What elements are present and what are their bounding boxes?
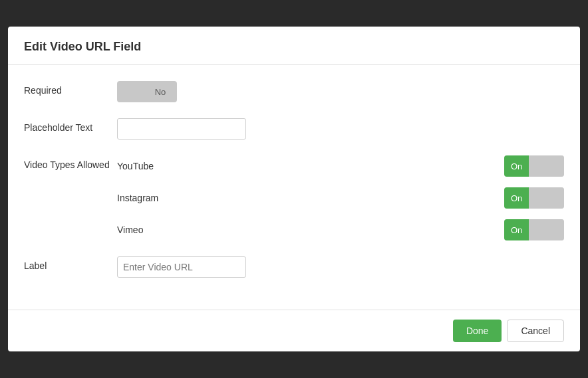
toggle-no-label: No [144, 81, 177, 102]
placeholder-text-input[interactable] [117, 118, 246, 140]
edit-video-url-modal: Edit Video URL Field Required No Placeho… [8, 27, 580, 351]
required-label: Required [24, 81, 117, 96]
youtube-toggle-on-label: On [504, 155, 529, 177]
vimeo-label: Vimeo [117, 225, 143, 235]
modal-header: Edit Video URL Field [8, 27, 580, 65]
youtube-item: YouTube On [117, 155, 564, 177]
label-row: Label [24, 256, 564, 278]
required-toggle[interactable]: No [117, 81, 177, 102]
placeholder-text-label: Placeholder Text [24, 118, 117, 133]
label-input[interactable] [117, 256, 246, 278]
label-label: Label [24, 256, 117, 271]
toggle-left-side [117, 81, 144, 102]
instagram-label: Instagram [117, 193, 158, 203]
modal-overlay: Edit Video URL Field Required No Placeho… [0, 0, 588, 378]
label-control [117, 256, 564, 278]
youtube-label: YouTube [117, 161, 154, 171]
modal-title: Edit Video URL Field [24, 40, 564, 54]
instagram-toggle-on-label: On [504, 187, 529, 209]
video-types-list: YouTube On Instagram On [117, 155, 564, 240]
modal-footer: Done Cancel [8, 310, 580, 351]
youtube-toggle[interactable]: On [504, 155, 564, 177]
modal-body: Required No Placeholder Text Video Types… [8, 65, 580, 310]
youtube-toggle-off [529, 155, 564, 177]
vimeo-toggle-on-label: On [504, 219, 529, 240]
vimeo-toggle-off [529, 219, 564, 240]
instagram-toggle[interactable]: On [504, 187, 564, 209]
vimeo-toggle[interactable]: On [504, 219, 564, 240]
placeholder-text-control [117, 118, 564, 140]
video-types-row: Video Types Allowed YouTube On Instagram… [24, 155, 564, 240]
cancel-button[interactable]: Cancel [507, 320, 564, 342]
required-control: No [117, 81, 564, 102]
placeholder-text-row: Placeholder Text [24, 118, 564, 140]
required-row: Required No [24, 81, 564, 102]
done-button[interactable]: Done [453, 320, 502, 342]
instagram-toggle-off [529, 187, 564, 209]
video-types-label: Video Types Allowed [24, 155, 117, 170]
instagram-item: Instagram On [117, 187, 564, 209]
vimeo-item: Vimeo On [117, 219, 564, 240]
